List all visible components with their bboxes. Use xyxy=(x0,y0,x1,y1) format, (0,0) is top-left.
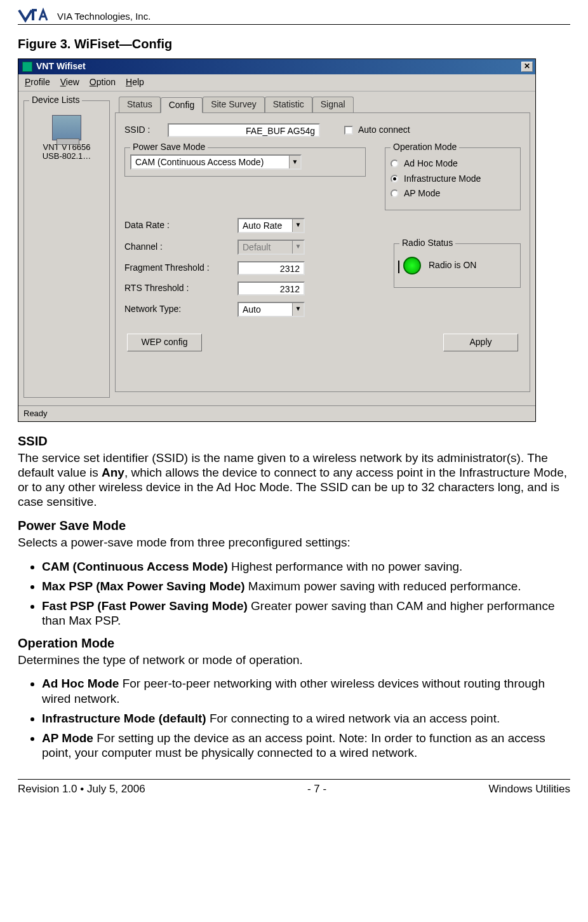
auto-connect-label: Auto connect xyxy=(358,125,410,136)
power-save-value: CAM (Continuous Access Mode) xyxy=(131,156,289,168)
text: Highest performance with no power saving… xyxy=(228,560,463,573)
text-bold: Ad Hoc Mode xyxy=(42,677,119,690)
channel-label: Channel : xyxy=(124,241,232,253)
om-list: Ad Hoc Mode For peer-to-peer networking … xyxy=(18,676,570,760)
radio-on-icon xyxy=(403,257,421,275)
data-rate-value: Auto Rate xyxy=(239,219,292,232)
radio-icon xyxy=(391,159,399,168)
tab-site-survey[interactable]: Site Survey xyxy=(203,97,265,113)
frag-threshold-label: Fragment Threshold : xyxy=(124,262,232,274)
radio-infrastructure[interactable]: Infrastructure Mode xyxy=(391,173,515,185)
chevron-down-icon[interactable]: ▼ xyxy=(292,303,304,316)
section-om-title: Operation Mode xyxy=(18,635,570,651)
list-item: CAM (Continuous Access Mode) Highest per… xyxy=(42,559,570,574)
chevron-down-icon: ▼ xyxy=(292,241,304,254)
tab-signal[interactable]: Signal xyxy=(312,97,354,113)
text-bold: Fast PSP (Fast Power Saving Mode) xyxy=(42,599,248,613)
statusbar: Ready xyxy=(18,405,535,421)
chevron-down-icon[interactable]: ▼ xyxy=(292,219,304,232)
list-item: Max PSP (Max Power Saving Mode) Maximum … xyxy=(42,579,570,593)
radio-status-text: Radio is ON xyxy=(429,260,476,271)
power-save-legend: Power Save Mode xyxy=(130,142,208,153)
section-psm-title: Power Save Mode xyxy=(18,518,570,534)
network-type-value: Auto xyxy=(239,303,292,316)
ssid-label: SSID : xyxy=(124,125,163,136)
network-type-label: Network Type: xyxy=(124,304,232,315)
list-item: Ad Hoc Mode For peer-to-peer networking … xyxy=(42,676,570,705)
ssid-input[interactable]: FAE_BUF AG54g xyxy=(168,123,320,137)
tab-status[interactable]: Status xyxy=(119,97,161,113)
titlebar: VNT Wifiset ✕ xyxy=(18,59,535,74)
text: For connecting to a wired network via an… xyxy=(206,712,500,725)
menubar: Profile View Option Help xyxy=(18,74,535,92)
app-icon xyxy=(22,62,32,72)
footer-right: Windows Utilities xyxy=(489,782,570,796)
radio-adhoc[interactable]: Ad Hoc Mode xyxy=(391,158,515,170)
config-panel: SSID : FAE_BUF AG54g Auto connect Power … xyxy=(115,112,530,392)
auto-connect-checkbox[interactable] xyxy=(344,126,353,135)
text: Maximum power saving with reduced perfor… xyxy=(245,580,521,593)
menu-profile[interactable]: Profile xyxy=(25,77,50,88)
network-type-dropdown[interactable]: Auto ▼ xyxy=(237,302,305,317)
adhoc-label: Ad Hoc Mode xyxy=(404,158,458,170)
radio-status-group: Radio Status Radio is ON xyxy=(394,243,521,288)
frag-threshold-input[interactable]: 2312 xyxy=(237,261,305,275)
text-bold: Infrastructure Mode (default) xyxy=(42,712,206,725)
power-save-group: Power Save Mode CAM (Continuous Access M… xyxy=(124,147,366,177)
tab-statistic[interactable]: Statistic xyxy=(265,97,312,113)
device-lists-group: Device Lists VNT VT6656 USB-802.1… xyxy=(23,100,110,398)
device-item[interactable]: VNT VT6656 USB-802.1… xyxy=(29,107,104,165)
radio-ap[interactable]: AP Mode xyxy=(391,188,515,200)
wifiset-window: VNT Wifiset ✕ Profile View Option Help D… xyxy=(18,58,536,422)
wep-config-button[interactable]: WEP config xyxy=(127,334,202,351)
radio-icon xyxy=(391,189,399,198)
text-bold: Max PSP (Max Power Saving Mode) xyxy=(42,580,245,593)
page-header: VIA Technologies, Inc. xyxy=(18,8,570,25)
list-item: Fast PSP (Fast Power Saving Mode) Greate… xyxy=(42,599,570,628)
text: For setting up the device as an access p… xyxy=(42,731,545,759)
menu-option[interactable]: Option xyxy=(90,77,116,88)
page-footer: Revision 1.0 • July 5, 2006 - 7 - Window… xyxy=(18,779,570,796)
list-item: Infrastructure Mode (default) For connec… xyxy=(42,711,570,726)
data-rate-label: Data Rate : xyxy=(124,220,232,231)
operation-mode-legend: Operation Mode xyxy=(391,142,459,153)
device-lists-legend: Device Lists xyxy=(29,95,82,106)
list-item: AP Mode For setting up the device as an … xyxy=(42,731,570,760)
tab-config[interactable]: Config xyxy=(161,97,203,114)
rts-threshold-label: RTS Threshold : xyxy=(124,283,232,294)
figure-caption: Figure 3. WiFiset—Config xyxy=(18,36,570,52)
text-bold: CAM (Continuous Access Mode) xyxy=(42,560,228,573)
channel-dropdown: Default ▼ xyxy=(237,240,305,255)
menu-help[interactable]: Help xyxy=(126,77,144,88)
apply-button[interactable]: Apply xyxy=(443,334,518,351)
via-logo-icon xyxy=(18,8,53,23)
chevron-down-icon[interactable]: ▼ xyxy=(289,156,300,168)
footer-center: - 7 - xyxy=(307,782,326,796)
section-ssid-body: The service set identifier (SSID) is the… xyxy=(18,451,570,510)
menu-view[interactable]: View xyxy=(60,77,79,88)
channel-value: Default xyxy=(239,241,292,254)
footer-left: Revision 1.0 • July 5, 2006 xyxy=(18,782,145,796)
text-bold: Any xyxy=(102,466,124,479)
radio-status-legend: Radio Status xyxy=(399,238,455,249)
section-om-desc: Determines the type of network or mode o… xyxy=(18,653,570,667)
company-name: VIA Technologies, Inc. xyxy=(57,11,150,23)
computer-icon xyxy=(52,115,81,140)
rts-threshold-input[interactable]: 2312 xyxy=(237,281,305,295)
operation-mode-group: Operation Mode Ad Hoc Mode Infrastructur… xyxy=(385,147,521,210)
device-label-2: USB-802.1… xyxy=(29,152,104,161)
section-ssid-title: SSID xyxy=(18,433,570,449)
data-rate-dropdown[interactable]: Auto Rate ▼ xyxy=(237,218,305,233)
section-psm-desc: Selects a power-save mode from three pre… xyxy=(18,535,570,550)
power-save-dropdown[interactable]: CAM (Continuous Access Mode) ▼ xyxy=(130,154,302,170)
infra-label: Infrastructure Mode xyxy=(404,173,481,185)
window-title: VNT Wifiset xyxy=(36,61,86,72)
right-pane: Status Config Site Survey Statistic Sign… xyxy=(115,97,530,398)
psm-list: CAM (Continuous Access Mode) Highest per… xyxy=(18,559,570,628)
tabs: Status Config Site Survey Statistic Sign… xyxy=(115,97,530,113)
text-bold: AP Mode xyxy=(42,731,93,745)
close-button[interactable]: ✕ xyxy=(521,62,533,72)
radio-icon xyxy=(391,175,399,183)
ap-label: AP Mode xyxy=(404,188,440,200)
